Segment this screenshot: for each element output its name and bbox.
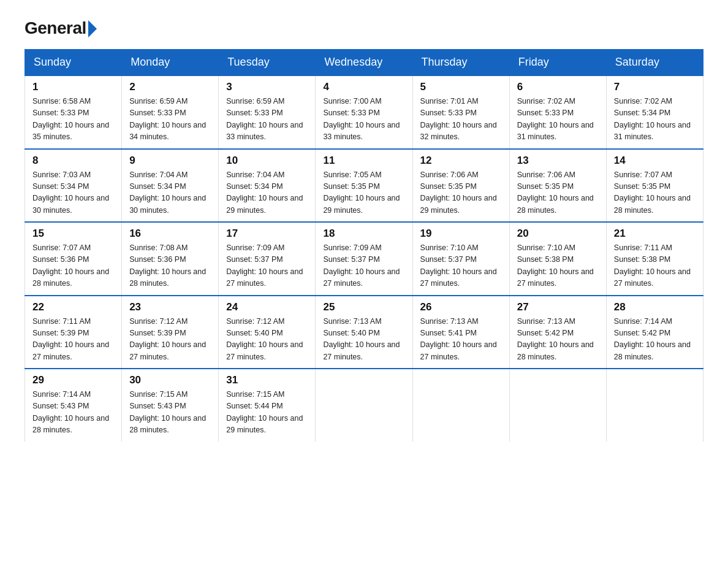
day-info: Sunrise: 6:58 AM Sunset: 5:33 PM Dayligh… (32, 96, 114, 144)
day-info: Sunrise: 7:06 AM Sunset: 5:35 PM Dayligh… (517, 169, 599, 217)
calendar-day-cell: 31 Sunrise: 7:15 AM Sunset: 5:44 PM Dayl… (219, 369, 316, 442)
day-header-tuesday: Tuesday (219, 50, 316, 76)
day-info: Sunrise: 7:14 AM Sunset: 5:42 PM Dayligh… (614, 316, 696, 364)
calendar-day-cell: 9 Sunrise: 7:04 AM Sunset: 5:34 PM Dayli… (122, 149, 219, 223)
day-header-monday: Monday (122, 50, 219, 76)
day-info: Sunrise: 7:04 AM Sunset: 5:34 PM Dayligh… (129, 169, 211, 217)
day-number: 21 (614, 228, 696, 240)
day-header-wednesday: Wednesday (316, 50, 412, 76)
day-number: 24 (226, 301, 308, 313)
day-info: Sunrise: 7:09 AM Sunset: 5:37 PM Dayligh… (226, 242, 308, 290)
day-info: Sunrise: 7:06 AM Sunset: 5:35 PM Dayligh… (420, 169, 502, 217)
calendar-day-cell: 20 Sunrise: 7:10 AM Sunset: 5:38 PM Dayl… (509, 222, 606, 296)
day-number: 16 (129, 228, 211, 240)
day-number: 3 (226, 81, 308, 93)
calendar-day-cell: 22 Sunrise: 7:11 AM Sunset: 5:39 PM Dayl… (25, 296, 122, 369)
day-number: 30 (129, 374, 211, 386)
day-info: Sunrise: 7:02 AM Sunset: 5:34 PM Dayligh… (614, 96, 696, 144)
day-info: Sunrise: 7:01 AM Sunset: 5:33 PM Dayligh… (420, 96, 502, 144)
day-info: Sunrise: 7:07 AM Sunset: 5:36 PM Dayligh… (32, 242, 114, 290)
day-info: Sunrise: 7:15 AM Sunset: 5:43 PM Dayligh… (129, 389, 211, 437)
day-info: Sunrise: 7:11 AM Sunset: 5:38 PM Dayligh… (614, 242, 696, 290)
logo-general-text: General (25, 18, 86, 38)
day-number: 4 (323, 81, 404, 93)
calendar-day-cell: 29 Sunrise: 7:14 AM Sunset: 5:43 PM Dayl… (25, 369, 122, 442)
day-number: 25 (323, 301, 404, 313)
calendar-empty-cell (509, 369, 606, 442)
calendar-day-cell: 8 Sunrise: 7:03 AM Sunset: 5:34 PM Dayli… (25, 149, 122, 223)
day-number: 13 (517, 155, 599, 167)
calendar-week-row: 22 Sunrise: 7:11 AM Sunset: 5:39 PM Dayl… (25, 296, 703, 369)
calendar-empty-cell (316, 369, 412, 442)
day-info: Sunrise: 7:08 AM Sunset: 5:36 PM Dayligh… (129, 242, 211, 290)
day-number: 28 (614, 301, 696, 313)
day-number: 31 (226, 374, 308, 386)
calendar-empty-cell (606, 369, 703, 442)
calendar-day-cell: 16 Sunrise: 7:08 AM Sunset: 5:36 PM Dayl… (122, 222, 219, 296)
day-number: 18 (323, 228, 404, 240)
calendar-day-cell: 10 Sunrise: 7:04 AM Sunset: 5:34 PM Dayl… (219, 149, 316, 223)
calendar-week-row: 15 Sunrise: 7:07 AM Sunset: 5:36 PM Dayl… (25, 222, 703, 296)
calendar-day-cell: 5 Sunrise: 7:01 AM Sunset: 5:33 PM Dayli… (412, 75, 509, 149)
calendar-day-cell: 26 Sunrise: 7:13 AM Sunset: 5:41 PM Dayl… (412, 296, 509, 369)
day-info: Sunrise: 7:05 AM Sunset: 5:35 PM Dayligh… (323, 169, 404, 217)
logo: General (25, 18, 98, 37)
calendar-day-cell: 28 Sunrise: 7:14 AM Sunset: 5:42 PM Dayl… (606, 296, 703, 369)
day-info: Sunrise: 7:03 AM Sunset: 5:34 PM Dayligh… (32, 169, 114, 217)
calendar-day-cell: 2 Sunrise: 6:59 AM Sunset: 5:33 PM Dayli… (122, 75, 219, 149)
day-info: Sunrise: 7:12 AM Sunset: 5:39 PM Dayligh… (129, 316, 211, 364)
day-header-sunday: Sunday (25, 50, 122, 76)
day-info: Sunrise: 7:14 AM Sunset: 5:43 PM Dayligh… (32, 389, 114, 437)
calendar-day-cell: 6 Sunrise: 7:02 AM Sunset: 5:33 PM Dayli… (509, 75, 606, 149)
day-number: 9 (129, 155, 211, 167)
day-number: 27 (517, 301, 599, 313)
day-number: 7 (614, 81, 696, 93)
day-number: 6 (517, 81, 599, 93)
calendar-day-cell: 17 Sunrise: 7:09 AM Sunset: 5:37 PM Dayl… (219, 222, 316, 296)
calendar-day-cell: 23 Sunrise: 7:12 AM Sunset: 5:39 PM Dayl… (122, 296, 219, 369)
day-number: 26 (420, 301, 502, 313)
day-number: 23 (129, 301, 211, 313)
calendar-day-cell: 1 Sunrise: 6:58 AM Sunset: 5:33 PM Dayli… (25, 75, 122, 149)
day-number: 8 (32, 155, 114, 167)
page-header: General (25, 18, 703, 37)
day-number: 12 (420, 155, 502, 167)
calendar-table: SundayMondayTuesdayWednesdayThursdayFrid… (25, 49, 703, 442)
day-info: Sunrise: 7:09 AM Sunset: 5:37 PM Dayligh… (323, 242, 404, 290)
day-number: 11 (323, 155, 404, 167)
day-number: 22 (32, 301, 114, 313)
day-number: 29 (32, 374, 114, 386)
day-header-thursday: Thursday (412, 50, 509, 76)
calendar-day-cell: 18 Sunrise: 7:09 AM Sunset: 5:37 PM Dayl… (316, 222, 412, 296)
calendar-week-row: 1 Sunrise: 6:58 AM Sunset: 5:33 PM Dayli… (25, 75, 703, 149)
day-info: Sunrise: 6:59 AM Sunset: 5:33 PM Dayligh… (226, 96, 308, 144)
day-info: Sunrise: 7:10 AM Sunset: 5:37 PM Dayligh… (420, 242, 502, 290)
calendar-day-cell: 4 Sunrise: 7:00 AM Sunset: 5:33 PM Dayli… (316, 75, 412, 149)
calendar-day-cell: 25 Sunrise: 7:13 AM Sunset: 5:40 PM Dayl… (316, 296, 412, 369)
calendar-day-cell: 19 Sunrise: 7:10 AM Sunset: 5:37 PM Dayl… (412, 222, 509, 296)
day-number: 15 (32, 228, 114, 240)
calendar-day-cell: 12 Sunrise: 7:06 AM Sunset: 5:35 PM Dayl… (412, 149, 509, 223)
calendar-empty-cell (412, 369, 509, 442)
day-info: Sunrise: 7:02 AM Sunset: 5:33 PM Dayligh… (517, 96, 599, 144)
day-info: Sunrise: 7:13 AM Sunset: 5:40 PM Dayligh… (323, 316, 404, 364)
day-info: Sunrise: 6:59 AM Sunset: 5:33 PM Dayligh… (129, 96, 211, 144)
day-number: 17 (226, 228, 308, 240)
calendar-day-cell: 30 Sunrise: 7:15 AM Sunset: 5:43 PM Dayl… (122, 369, 219, 442)
day-info: Sunrise: 7:10 AM Sunset: 5:38 PM Dayligh… (517, 242, 599, 290)
day-number: 20 (517, 228, 599, 240)
calendar-day-cell: 15 Sunrise: 7:07 AM Sunset: 5:36 PM Dayl… (25, 222, 122, 296)
calendar-header-row: SundayMondayTuesdayWednesdayThursdayFrid… (25, 50, 703, 76)
calendar-week-row: 8 Sunrise: 7:03 AM Sunset: 5:34 PM Dayli… (25, 149, 703, 223)
day-info: Sunrise: 7:12 AM Sunset: 5:40 PM Dayligh… (226, 316, 308, 364)
day-number: 1 (32, 81, 114, 93)
day-number: 5 (420, 81, 502, 93)
calendar-day-cell: 24 Sunrise: 7:12 AM Sunset: 5:40 PM Dayl… (219, 296, 316, 369)
day-header-saturday: Saturday (606, 50, 703, 76)
day-number: 10 (226, 155, 308, 167)
day-info: Sunrise: 7:11 AM Sunset: 5:39 PM Dayligh… (32, 316, 114, 364)
day-number: 19 (420, 228, 502, 240)
calendar-day-cell: 21 Sunrise: 7:11 AM Sunset: 5:38 PM Dayl… (606, 222, 703, 296)
day-info: Sunrise: 7:00 AM Sunset: 5:33 PM Dayligh… (323, 96, 404, 144)
day-info: Sunrise: 7:13 AM Sunset: 5:41 PM Dayligh… (420, 316, 502, 364)
